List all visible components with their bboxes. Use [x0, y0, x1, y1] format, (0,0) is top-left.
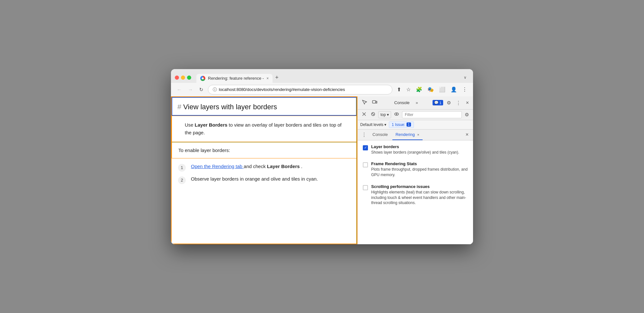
clear-console-button[interactable]	[360, 111, 368, 118]
heading-text: View layers with layer borders	[183, 103, 277, 111]
devtools-drawer-tabs: ⋮ Console Rendering × ×	[358, 130, 473, 140]
content-body-section1: Use Layer Borders to view an overlay of …	[172, 116, 357, 142]
layer-borders-bold1: Layer Borders	[195, 122, 228, 128]
rendering-item-scrolling: Scrolling performance issues Highlights …	[363, 184, 468, 206]
scrolling-checkbox[interactable]	[363, 185, 368, 190]
step-1-bold: Layer Borders	[267, 164, 300, 169]
block-network-button[interactable]	[369, 111, 377, 118]
issue-count-badge: 1	[407, 122, 411, 127]
context-dropdown-icon: ▾	[387, 112, 389, 117]
scrolling-text: Scrolling performance issues Highlights …	[371, 184, 468, 206]
extensions-button[interactable]: 🧩	[414, 85, 424, 94]
chrome-tab-icon	[200, 76, 205, 81]
console-drawer-tab[interactable]: Console	[369, 130, 391, 140]
step-1-number: 1	[178, 164, 186, 172]
frame-stats-desc: Plots frame throughput, dropped frames d…	[371, 167, 468, 178]
rendering-item-frame-stats: Frame Rendering Stats Plots frame throug…	[363, 161, 468, 178]
share-button[interactable]: ⬆	[395, 85, 403, 94]
tab-title: Rendering: feature reference -	[208, 76, 264, 81]
step-1-rest: and check	[244, 164, 267, 169]
tab-bar: Rendering: feature reference - × + ∨	[196, 72, 469, 83]
page-content: # View layers with layer borders Use Lay…	[171, 96, 357, 244]
page-header: # View layers with layer borders	[172, 97, 357, 116]
devtools-close-button[interactable]: ×	[464, 99, 470, 107]
devtools-more-button[interactable]: ⋮	[454, 99, 462, 107]
layer-borders-checkbox[interactable]	[363, 145, 368, 150]
url-bar[interactable]: ⓘ localhost:8080/docs/devtools/rendering…	[208, 85, 392, 94]
rendering-tab-close[interactable]: ×	[417, 133, 419, 137]
steps-section: 1 Open the Rendering tab and check Layer…	[172, 158, 357, 194]
browser-window: Rendering: feature reference - × + ∨ ← →…	[171, 69, 473, 244]
badge-count: 1	[440, 101, 442, 105]
enable-text: To enable layer borders:	[178, 148, 350, 153]
bookmark-button[interactable]: ☆	[404, 85, 413, 94]
url-info-icon: ⓘ	[213, 87, 217, 93]
forward-button[interactable]: →	[186, 85, 195, 94]
device-toolbar-button[interactable]	[371, 98, 379, 107]
devtools-settings-button[interactable]: ⚙	[445, 99, 452, 107]
active-tab[interactable]: Rendering: feature reference - ×	[196, 74, 273, 83]
page-heading: # View layers with layer borders	[177, 103, 350, 111]
content-body-section2: To enable layer borders:	[172, 142, 357, 158]
step-1-content: Open the Rendering tab and check Layer B…	[191, 164, 302, 169]
layer-borders-text: Layer borders Shows layer borders (orang…	[371, 144, 468, 155]
layer-borders-desc: Shows layer borders (orange/olive) and t…	[371, 150, 468, 155]
device-icon	[372, 100, 377, 105]
devtools-badge: 💬 1	[433, 100, 443, 105]
drawer-close-button[interactable]: ×	[464, 130, 470, 139]
devtools-panel: Console » 💬 1 ⚙ ⋮ ×	[357, 96, 473, 244]
svg-point-7	[396, 113, 397, 115]
window-button[interactable]: ⬜	[437, 85, 447, 94]
devtools-header: Console » 💬 1 ⚙ ⋮ ×	[358, 96, 473, 110]
browser-actions: ⬆ ☆ 🧩 🎭 ⬜ 👤 ⋮	[395, 85, 469, 94]
context-selector[interactable]: top ▾	[378, 111, 391, 118]
step-2: 2 Observe layer borders in orange and ol…	[178, 176, 350, 184]
context-label: top	[380, 112, 386, 117]
issue-badge[interactable]: 1 Issue: 1	[389, 121, 414, 128]
svg-rect-1	[376, 101, 377, 103]
step-1-end: .	[301, 164, 302, 169]
layer-borders-title: Layer borders	[371, 144, 468, 149]
drawer-menu-button[interactable]: ⋮	[360, 130, 368, 140]
minimize-button[interactable]	[181, 76, 185, 80]
default-levels-selector[interactable]: Default levels ▾	[360, 122, 386, 127]
rendering-tab-link[interactable]: Open the Rendering tab	[191, 164, 244, 169]
address-bar: ← → ↻ ⓘ localhost:8080/docs/devtools/ren…	[171, 83, 473, 96]
scrolling-title: Scrolling performance issues	[371, 184, 468, 189]
console-filter-input[interactable]	[402, 111, 462, 118]
devtools-toolbar: top ▾ ⚙	[358, 110, 473, 120]
devtools-levels-bar: Default levels ▾ 1 Issue: 1	[358, 120, 473, 130]
console-tab-label[interactable]: Console	[392, 99, 412, 106]
new-tab-button[interactable]: +	[273, 72, 281, 83]
close-button[interactable]	[175, 76, 179, 80]
tab-close-button[interactable]: ×	[266, 76, 269, 81]
cast-button[interactable]: 🎭	[425, 85, 436, 94]
step-1-link-text: Open the Rendering tab	[191, 164, 242, 169]
frame-stats-text: Frame Rendering Stats Plots frame throug…	[371, 161, 468, 178]
profile-button[interactable]: 👤	[449, 85, 459, 94]
step-1: 1 Open the Rendering tab and check Layer…	[178, 164, 350, 172]
url-text: localhost:8080/docs/devtools/rendering/#…	[219, 87, 388, 92]
eye-filter-button[interactable]	[392, 111, 401, 119]
step-2-number: 2	[178, 176, 186, 184]
filter-settings-button[interactable]: ⚙	[463, 111, 470, 119]
rendering-drawer-tab[interactable]: Rendering ×	[392, 130, 423, 140]
main-area: # View layers with layer borders Use Lay…	[171, 96, 473, 244]
tab-dropdown-button[interactable]: ∨	[461, 73, 469, 82]
more-button[interactable]: ⋮	[460, 85, 469, 94]
layer-border-vertical	[356, 97, 357, 244]
reload-button[interactable]: ↻	[197, 85, 205, 94]
frame-stats-title: Frame Rendering Stats	[371, 161, 468, 166]
devtools-more-tabs[interactable]: »	[414, 99, 420, 106]
inspect-element-button[interactable]	[360, 98, 369, 107]
content-paragraph1: Use Layer Borders to view an overlay of …	[178, 121, 350, 137]
issue-label: 1 Issue:	[392, 122, 405, 127]
eye-icon	[394, 112, 399, 116]
traffic-lights	[175, 76, 191, 80]
inspect-icon	[362, 100, 367, 105]
maximize-button[interactable]	[187, 76, 191, 80]
heading-hash: #	[177, 103, 181, 111]
levels-dropdown-icon: ▾	[384, 122, 386, 127]
back-button[interactable]: ←	[175, 85, 183, 94]
frame-stats-checkbox[interactable]	[363, 162, 368, 167]
